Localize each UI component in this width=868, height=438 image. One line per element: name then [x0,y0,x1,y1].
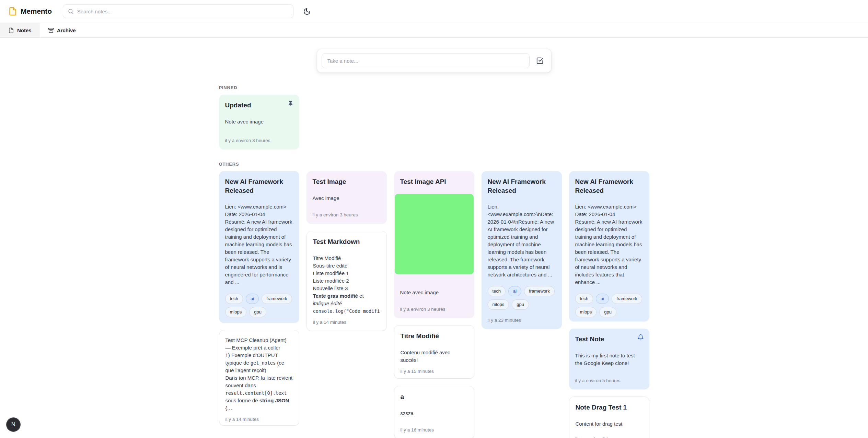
note-card-ai-framework-3[interactable]: New AI Framework Released Lien: <www.exa… [569,171,649,321]
archive-icon [48,27,54,33]
moon-icon [303,8,311,15]
note-body: Note avec image [400,289,468,296]
note-title: Test Image API [400,177,468,186]
note-card-titre-modifie[interactable]: Titre Modifié Contenu modifié avec succè… [394,325,474,379]
note-card-drag-test[interactable]: Note Drag Test 1 Content for drag test i… [569,396,649,438]
tag-chip[interactable]: mlops [575,307,597,317]
pin-icon[interactable] [287,99,295,107]
tag-chip[interactable]: framework [262,294,292,304]
note-image-green [395,194,474,274]
note-timestamp: il y a 37 minutes [575,317,643,321]
tag-chip-ai[interactable]: ai [596,294,609,304]
note-title: Test Note [575,335,643,344]
tag-list: tech ai framework mlops gpu [225,294,293,317]
notes-grid: New AI Framework Released Lien: <www.exa… [219,171,649,438]
tag-chip[interactable]: framework [612,294,642,304]
note-body: Lien: <www.example.com> Date: 2026-01-04… [575,203,643,286]
note-card-ai-framework-2[interactable]: New AI Framework Released Lien: <www.exa… [482,171,562,329]
note-timestamp: il y a 14 minutes [313,315,380,325]
theme-toggle-button[interactable] [301,5,313,17]
grid-column-3: Test Image API Note avec image il y a en… [394,171,474,438]
note-card-mcp-cleanup[interactable]: Test MCP Cleanup (Agent) — Exemple prêt … [219,330,299,426]
app-title: Memento [21,7,52,15]
tag-chip[interactable]: framework [524,286,555,296]
note-card-test-note[interactable]: Test Note This is my first note to test … [569,329,649,389]
pinned-row: Updated Note avec image il y a environ 3… [219,95,649,149]
bell-icon[interactable] [637,333,645,341]
note-title: a [401,392,468,401]
note-body: Contenu modifié avec succès! [401,349,468,364]
note-title: Titre Modifié [401,332,468,341]
note-composer [317,49,552,73]
code-line: console.log("Code modifié avec succès") [313,307,380,315]
app-logo-document-icon [8,7,17,16]
tag-chip-ai[interactable]: ai [246,294,259,304]
note-card-updated[interactable]: Updated Note avec image il y a environ 3… [219,95,299,149]
note-timestamp: il y a 15 minutes [401,364,468,374]
note-timestamp: il y a environ 3 heures [400,302,468,312]
note-timestamp: il y a 23 minutes [488,313,556,323]
note-timestamp: il y a 23 minutes [225,317,293,323]
note-title: Note Drag Test 1 [576,403,643,412]
note-timestamp: il y a environ 1 heure [576,431,643,438]
note-body: Note avec image [225,118,293,126]
tag-chip[interactable]: tech [488,286,506,296]
grid-column-5: New AI Framework Released Lien: <www.exa… [569,171,649,438]
tab-bar: Notes Archive [0,23,868,38]
note-body: Test MCP Cleanup (Agent) — Exemple prêt … [225,336,293,412]
search-box [63,4,293,18]
grid-column-4: New AI Framework Released Lien: <www.exa… [482,171,562,329]
note-body: Titre Modifié Sous-titre édité Liste mod… [313,254,380,315]
tab-archive-label: Archive [57,27,76,33]
note-card-test-image-api[interactable]: Test Image API Note avec image il y a en… [394,171,474,318]
tag-chip-ai[interactable]: ai [508,286,521,296]
note-timestamp: il y a environ 3 heures [225,133,293,143]
tag-list: tech ai framework mlops gpu [488,286,556,310]
tag-chip[interactable]: gpu [599,307,616,317]
grid-column-1: New AI Framework Released Lien: <www.exa… [219,171,299,426]
tag-chip[interactable]: mlops [225,307,247,317]
avatar-initial: N [11,421,15,428]
section-label-others: OTHERS [219,162,649,167]
tab-notes[interactable]: Notes [0,23,40,37]
grid-column-2: Test Image Avec image il y a environ 3 h… [306,171,387,331]
tag-chip[interactable]: tech [225,294,243,304]
note-body: Lien: <www.example.com> Date: 2026-01-04… [225,203,293,286]
note-timestamp: il y a 16 minutes [401,423,468,433]
note-timestamp: il y a environ 5 heures [575,373,643,383]
note-title: Updated [225,101,293,110]
note-title: New AI Framework Released [225,177,293,195]
checkbox-icon [536,57,544,64]
tab-archive[interactable]: Archive [40,23,84,37]
take-a-note-input[interactable] [322,53,530,68]
inline-code: get_notes [251,360,276,366]
tag-chip[interactable]: gpu [249,307,266,317]
note-body: szsza [401,410,468,417]
note-body: Content for drag test [576,420,643,428]
tag-chip[interactable]: tech [575,294,593,304]
tab-notes-label: Notes [17,27,32,33]
main-content: PINNED Updated Note avec image il y a en… [219,49,649,438]
note-body: Avec image [313,194,381,202]
user-avatar-button[interactable]: N [6,417,21,432]
tag-chip[interactable]: mlops [488,299,509,310]
note-card-a[interactable]: a szsza il y a 16 minutes [394,386,474,438]
note-title: Test Image [313,177,381,186]
note-timestamp: il y a 14 minutes [225,412,293,422]
new-checklist-button[interactable] [533,54,547,68]
search-input[interactable] [77,9,289,14]
note-title: New AI Framework Released [488,177,556,195]
file-icon [8,27,14,33]
search-icon [68,8,74,14]
note-card-test-image[interactable]: Test Image Avec image il y a environ 3 h… [306,171,387,224]
tag-list: tech ai framework mlops gpu [575,294,643,317]
note-timestamp: il y a environ 3 heures [313,208,381,217]
note-title: Test Markdown [313,237,380,246]
note-body: Lien: <www.example.com>\nDate: 2026-01-0… [488,203,556,279]
app-header: Memento [0,0,868,23]
tag-chip[interactable]: gpu [512,299,529,310]
note-title: New AI Framework Released [575,177,643,195]
note-card-test-markdown[interactable]: Test Markdown Titre Modifié Sous-titre é… [306,231,387,331]
section-label-pinned: PINNED [219,85,649,90]
note-card-ai-framework-1[interactable]: New AI Framework Released Lien: <www.exa… [219,171,299,323]
